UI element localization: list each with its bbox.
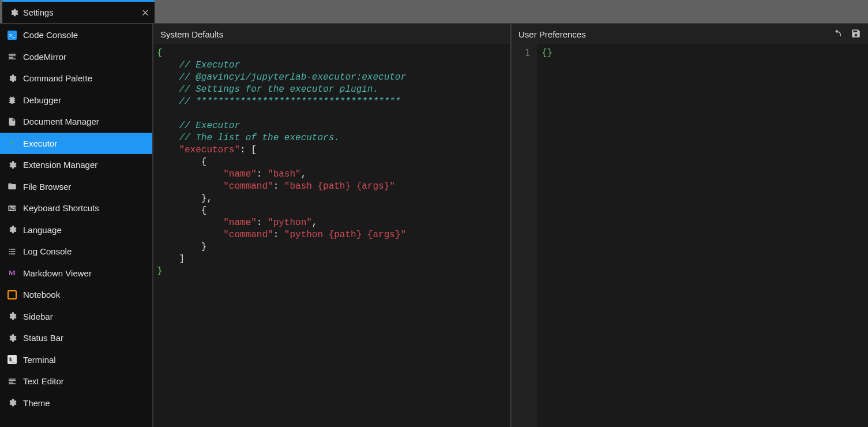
pane-header: System Defaults xyxy=(153,24,510,44)
play-icon xyxy=(7,138,17,148)
file-icon xyxy=(7,117,17,127)
line-gutter: 1 xyxy=(512,44,537,427)
sidebar-item-label: Command Palette xyxy=(23,73,92,83)
gear-icon xyxy=(7,73,17,84)
sidebar-item-status-bar[interactable]: Status Bar xyxy=(0,327,152,349)
system-defaults-pane: System Defaults { // Executor // @gavinc… xyxy=(153,24,510,427)
system-defaults-editor: { // Executor // @gavincyi/jupyterlab-ex… xyxy=(153,44,510,427)
gear-icon xyxy=(7,311,17,321)
sidebar-item-document-manager[interactable]: Document Manager xyxy=(0,111,152,133)
sidebar-item-executor[interactable]: Executor xyxy=(0,133,152,155)
sidebar-item-label: Log Console xyxy=(23,246,72,256)
sidebar-item-label: CodeMirror xyxy=(23,52,66,62)
close-icon[interactable] xyxy=(141,8,150,17)
sidebar-item-label: Status Bar xyxy=(23,333,63,343)
gear-icon xyxy=(9,8,18,17)
sidebar-item-keyboard-shortcuts[interactable]: Keyboard Shortcuts xyxy=(0,197,152,219)
sidebar-item-notebook[interactable]: Notebook xyxy=(0,284,152,306)
sidebar-item-label: Notebook xyxy=(23,290,60,299)
sidebar-item-label: Executor xyxy=(23,138,57,148)
sidebar-item-text-editor[interactable]: Text Editor xyxy=(0,370,152,392)
sidebar-item-label: Terminal xyxy=(23,355,56,365)
sidebar-item-label: Code Console xyxy=(23,30,78,40)
lines-icon xyxy=(7,376,17,387)
pane-header: User Preferences xyxy=(512,24,868,44)
tab-title: Settings xyxy=(23,8,53,17)
settings-category-list: >_Code ConsoleCodeMirrorCommand PaletteD… xyxy=(0,24,152,427)
user-preferences-pane: User Preferences 1 {} xyxy=(510,24,868,427)
gear-icon xyxy=(7,398,17,408)
sidebar-item-label: Markdown Viewer xyxy=(23,268,92,278)
pane-title: System Defaults xyxy=(160,29,223,39)
sidebar-item-extension-manager[interactable]: Extension Manager xyxy=(0,154,152,176)
terminal-icon: $_ xyxy=(7,354,17,365)
sidebar-item-terminal[interactable]: $_Terminal xyxy=(0,349,152,371)
sidebar-item-label: File Browser xyxy=(23,182,71,192)
sidebar-item-language[interactable]: Language xyxy=(0,219,152,241)
lines-icon xyxy=(7,51,17,62)
tab-settings[interactable]: Settings xyxy=(2,0,155,23)
sidebar-item-label: Document Manager xyxy=(23,117,99,126)
sidebar-item-label: Text Editor xyxy=(23,376,64,386)
sidebar-item-sidebar[interactable]: Sidebar xyxy=(0,306,152,328)
folder-icon xyxy=(7,181,17,192)
sidebar-item-label: Theme xyxy=(23,398,50,408)
markdown-icon: M xyxy=(7,268,17,278)
sidebar-item-label: Debugger xyxy=(23,95,61,105)
sidebar-item-label: Keyboard Shortcuts xyxy=(23,203,99,213)
sidebar-item-file-browser[interactable]: File Browser xyxy=(0,176,152,198)
keyboard-icon xyxy=(7,203,17,214)
sidebar-item-debugger[interactable]: Debugger xyxy=(0,89,152,111)
sidebar-item-label: Sidebar xyxy=(23,312,53,321)
sidebar-item-codemirror[interactable]: CodeMirror xyxy=(0,46,152,68)
console-icon: >_ xyxy=(7,30,17,40)
sidebar-item-code-console[interactable]: >_Code Console xyxy=(0,24,152,46)
bug-icon xyxy=(7,95,17,105)
gear-icon xyxy=(7,160,17,170)
sidebar-item-label: Language xyxy=(23,225,62,235)
notebook-icon xyxy=(7,290,17,300)
sidebar-item-markdown-viewer[interactable]: MMarkdown Viewer xyxy=(0,263,152,284)
sidebar-item-label: Extension Manager xyxy=(23,160,97,170)
undo-icon[interactable] xyxy=(832,28,843,40)
user-preferences-editor[interactable]: {} xyxy=(537,44,868,427)
gear-icon xyxy=(7,333,17,343)
pane-title: User Preferences xyxy=(518,29,586,39)
sidebar-item-log-console[interactable]: Log Console xyxy=(0,241,152,263)
sidebar-item-theme[interactable]: Theme xyxy=(0,392,152,414)
list-icon xyxy=(7,246,17,257)
sidebar-item-command-palette[interactable]: Command Palette xyxy=(0,68,152,89)
save-icon[interactable] xyxy=(851,28,861,40)
gear-icon xyxy=(7,224,17,235)
